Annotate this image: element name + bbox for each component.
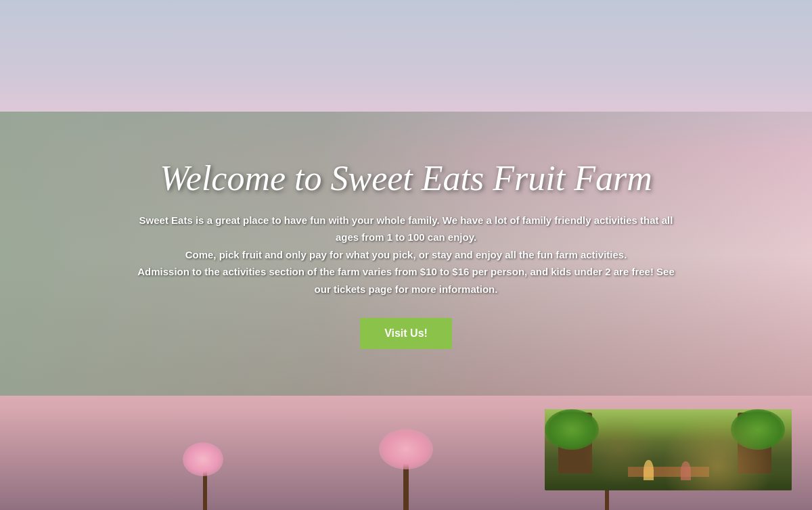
hero-content: Welcome to Sweet Eats Fruit Farm Sweet E… <box>102 158 710 350</box>
gallery-section <box>0 396 812 504</box>
gallery-item-3 <box>545 409 792 490</box>
hero-title: Welcome to Sweet Eats Fruit Farm <box>129 158 683 198</box>
hero-description: Sweet Eats is a great place to have fun … <box>129 212 683 298</box>
hero-section: Welcome to Sweet Eats Fruit Farm Sweet E… <box>0 112 812 396</box>
visit-us-button[interactable]: Visit Us! <box>360 318 452 349</box>
gallery-item-2 <box>283 409 530 490</box>
